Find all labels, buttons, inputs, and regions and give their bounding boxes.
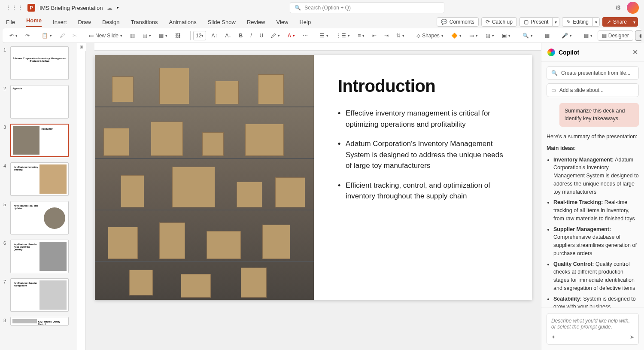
editing-caret[interactable]: ▾ <box>592 17 600 27</box>
slide-bullets[interactable]: Effective inventory management is critic… <box>338 108 508 202</box>
comments-button[interactable]: 💬Comments <box>437 17 479 27</box>
align-button[interactable]: ≡ ▾ <box>355 31 367 40</box>
section-button[interactable]: ▤ ▾ <box>140 31 154 40</box>
share-button[interactable]: ↗Share <box>602 17 631 27</box>
thumbnail-3[interactable]: Introduction <box>10 124 69 157</box>
user-avatar[interactable] <box>627 2 639 14</box>
bullet-1[interactable]: Effective inventory management is critic… <box>338 108 508 130</box>
canvas[interactable]: Introduction Effective inventory managem… <box>86 51 541 350</box>
font-color-button[interactable]: A ▾ <box>285 31 298 40</box>
designer-button[interactable]: ▦ Designer <box>598 30 633 41</box>
photo-button[interactable]: 🖼 <box>173 31 183 40</box>
menu-draw[interactable]: Draw <box>78 19 91 25</box>
copilot-body[interactable]: 🔍Create presentation from file... ▭Add a… <box>541 62 644 307</box>
menu-home[interactable]: Home <box>26 17 42 27</box>
indent-dec-button[interactable]: ⇤ <box>370 31 379 40</box>
bullet-2[interactable]: Adatum Corporation's Inventory Managemen… <box>338 138 508 171</box>
thumbnail-6[interactable]: Key Features: Reorder Point and Order Qu… <box>10 240 69 273</box>
slide-title[interactable]: Introduction <box>338 76 508 96</box>
underline-button[interactable]: U <box>257 31 266 40</box>
find-button[interactable]: 🔍 ▾ <box>520 31 535 40</box>
idea-1: Inventory Management: Adatum Corporation… <box>553 156 639 196</box>
font-size-input[interactable]: 12 ▾ <box>193 31 206 40</box>
undo-button[interactable]: ↶ ▾ <box>7 31 20 40</box>
bold-button[interactable]: B <box>236 31 245 40</box>
shape-fill-button[interactable]: 🔶 ▾ <box>449 31 464 40</box>
menu-design[interactable]: Design <box>102 19 119 25</box>
line-spacing-button[interactable]: ⇅ ▾ <box>394 31 407 40</box>
menu-review[interactable]: Review <box>247 19 265 25</box>
menu-slideshow[interactable]: Slide Show <box>208 19 236 25</box>
outline-toggle[interactable]: ▣ <box>77 43 86 51</box>
menu-animations[interactable]: Animations <box>169 19 197 25</box>
thumbnail-4[interactable]: Key Features: Inventory Tracking <box>10 162 69 196</box>
paste-button[interactable]: 📋 ▾ <box>39 31 55 40</box>
shape-effects-button[interactable]: ▨ ▾ <box>483 31 497 40</box>
grid-button[interactable]: ▦ ▾ <box>156 31 170 40</box>
slide-image <box>95 55 314 300</box>
vertical-ruler[interactable] <box>77 51 86 350</box>
menu-insert[interactable]: Insert <box>53 19 67 25</box>
thumbnail-1[interactable]: Adatum Corporation Inventory Management … <box>10 46 69 80</box>
cloud-saved-icon[interactable]: ☁ <box>107 5 112 11</box>
slide[interactable]: Introduction Effective inventory managem… <box>95 55 532 300</box>
bullets-button[interactable]: ☰ ▾ <box>317 31 331 40</box>
thumbnail-panel[interactable]: 1Adatum Corporation Inventory Management… <box>0 43 77 350</box>
bullet-3[interactable]: Efficient tracking, control, and optimiz… <box>338 180 508 202</box>
sparkle-icon[interactable]: ✦ <box>551 334 556 340</box>
summary-intro: Here's a summary of the presentation: <box>547 133 639 141</box>
thumbnail-8[interactable]: Key Features: Quality Control <box>10 317 69 326</box>
title-chevron-icon[interactable]: ▾ <box>117 6 119 10</box>
send-icon[interactable]: ➤ <box>630 334 634 340</box>
format-painter-button[interactable]: 🖌 <box>57 31 67 40</box>
thumbnail-7[interactable]: Key Features: Supplier Management <box>10 278 69 312</box>
menu-help[interactable]: Help <box>299 19 311 25</box>
indent-inc-button[interactable]: ⇥ <box>382 31 391 40</box>
catchup-button[interactable]: ⟳Catch up <box>481 17 517 27</box>
editing-button[interactable]: ✎Editing <box>562 17 592 27</box>
shapes-button[interactable]: ◇ Shapes ▾ <box>414 31 446 40</box>
arrange-button[interactable]: ▣ ▾ <box>499 31 513 40</box>
share-caret[interactable]: ▾ <box>631 17 638 27</box>
present-caret[interactable]: ▾ <box>552 17 559 27</box>
shape-outline-button[interactable]: ▭ ▾ <box>467 31 480 40</box>
slide-content[interactable]: Introduction Effective inventory managem… <box>314 55 532 300</box>
increase-font-button[interactable]: A↑ <box>209 31 220 40</box>
menu-transitions[interactable]: Transitions <box>131 19 158 25</box>
copilot-prompt-input[interactable]: Describe what you'd like help with, or s… <box>547 313 639 345</box>
redo-button[interactable]: ↷ <box>23 31 32 40</box>
table-button[interactable]: ▦ ▾ <box>581 31 595 40</box>
close-icon[interactable]: ✕ <box>632 48 638 56</box>
layout-button[interactable]: ▥ <box>128 31 137 40</box>
more-font-button[interactable]: ⋯ <box>300 31 310 40</box>
thumbnail-5[interactable]: Key Features: Real-time Updates <box>10 201 69 234</box>
menu-view[interactable]: View <box>276 19 289 25</box>
app-launcher-icon[interactable]: ⋮⋮⋮ <box>5 4 23 11</box>
addins-button[interactable]: ▦ <box>542 31 552 40</box>
idea-3: Supplier Management: Comprehensive datab… <box>553 225 639 258</box>
italic-button[interactable]: I <box>248 31 254 40</box>
input-placeholder: Describe what you'd like help with, or s… <box>551 318 634 330</box>
thumbnail-2[interactable]: Agenda <box>10 85 69 119</box>
font-name-input[interactable] <box>190 31 191 40</box>
present-button[interactable]: ▢Present <box>519 17 552 27</box>
menu-file[interactable]: File <box>6 19 15 25</box>
suggestion-create-from-file[interactable]: 🔍Create presentation from file... <box>547 66 639 80</box>
main-ideas-list: Inventory Management: Adatum Corporation… <box>547 156 639 308</box>
copilot-input-area: Describe what you'd like help with, or s… <box>541 307 644 350</box>
search-input[interactable]: 🔍 Search (Option + Q) <box>290 2 444 13</box>
copilot-ribbon-button[interactable]: ◐ Copilot <box>635 30 641 41</box>
highlight-button[interactable]: 🖊 ▾ <box>268 31 283 40</box>
cut-button[interactable]: ✂ <box>70 31 79 40</box>
suggestion-add-slide[interactable]: ▭Add a slide about... <box>547 83 639 97</box>
new-slide-button[interactable]: ▭ New Slide ▾ <box>86 31 125 40</box>
decrease-font-button[interactable]: A↓ <box>222 31 234 40</box>
copilot-header: Copilot ✕ <box>541 43 644 62</box>
document-title[interactable]: IMS Briefing Presentation <box>39 5 103 11</box>
slide-icon: ▭ <box>551 87 556 93</box>
numbering-button[interactable]: ⋮☰ ▾ <box>334 31 352 40</box>
dictate-button[interactable]: 🎤 ▾ <box>559 31 574 40</box>
horizontal-ruler[interactable] <box>94 43 541 51</box>
copilot-response: Here's a summary of the presentation: Ma… <box>547 133 639 307</box>
settings-icon[interactable]: ⚙ <box>615 4 621 12</box>
